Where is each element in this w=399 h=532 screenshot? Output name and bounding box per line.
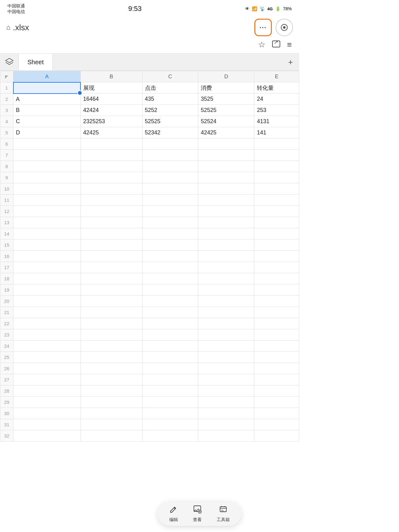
cell-a15[interactable] [13, 239, 81, 251]
cell-e25[interactable] [254, 352, 299, 363]
cell-a14[interactable] [13, 228, 81, 239]
cell-b6[interactable] [80, 138, 142, 150]
cell-e28[interactable] [254, 385, 299, 397]
cell-b29[interactable] [80, 397, 142, 408]
cell-a11[interactable] [13, 195, 81, 206]
cell-b5[interactable]: 42425 [80, 127, 142, 138]
cell-a2[interactable]: A [13, 94, 81, 105]
cell-e16[interactable] [254, 251, 299, 262]
cell-c13[interactable] [142, 217, 198, 228]
cell-d32[interactable] [198, 430, 254, 442]
cell-d28[interactable] [198, 385, 254, 397]
cell-c19[interactable] [142, 284, 198, 296]
cell-e6[interactable] [254, 138, 299, 150]
cell-b24[interactable] [80, 341, 142, 352]
cell-b1[interactable]: 展现 [80, 82, 142, 94]
cell-a25[interactable] [13, 352, 81, 363]
cell-b28[interactable] [80, 385, 142, 397]
cell-c8[interactable] [142, 161, 198, 172]
cell-d21[interactable] [198, 307, 254, 318]
cell-e1[interactable]: 转化量 [254, 82, 299, 94]
cell-d23[interactable] [198, 329, 254, 341]
cell-c28[interactable] [142, 385, 198, 397]
cell-d2[interactable]: 3525 [198, 94, 254, 105]
cell-c2[interactable]: 435 [142, 94, 198, 105]
bookmark-button[interactable]: ☆ [258, 40, 265, 50]
cell-b4[interactable]: 2325253 [80, 116, 142, 127]
cell-b10[interactable] [80, 183, 142, 195]
cell-a4[interactable]: C [13, 116, 81, 127]
cell-b2[interactable]: 16464 [80, 94, 142, 105]
cell-e2[interactable]: 24 [254, 94, 299, 105]
cell-d31[interactable] [198, 419, 254, 430]
cell-d19[interactable] [198, 284, 254, 296]
cell-b7[interactable] [80, 150, 142, 161]
tools-tool[interactable]: 工具箱 [217, 505, 230, 523]
cell-c6[interactable] [142, 138, 198, 150]
cell-d7[interactable] [198, 150, 254, 161]
cell-c29[interactable] [142, 397, 198, 408]
cell-e8[interactable] [254, 161, 299, 172]
cell-e18[interactable] [254, 273, 299, 284]
cell-c12[interactable] [142, 206, 198, 217]
cell-b3[interactable]: 42424 [80, 105, 142, 116]
cell-d12[interactable] [198, 206, 254, 217]
add-sheet-button[interactable]: + [282, 54, 299, 70]
cell-e17[interactable] [254, 262, 299, 273]
cell-c15[interactable] [142, 239, 198, 251]
cell-c7[interactable] [142, 150, 198, 161]
cell-d8[interactable] [198, 161, 254, 172]
cell-a24[interactable] [13, 341, 81, 352]
cell-c9[interactable] [142, 172, 198, 183]
cell-c23[interactable] [142, 329, 198, 341]
cell-c21[interactable] [142, 307, 198, 318]
cell-e21[interactable] [254, 307, 299, 318]
record-button[interactable] [276, 19, 293, 36]
cell-d6[interactable] [198, 138, 254, 150]
cell-a7[interactable] [13, 150, 81, 161]
cell-d5[interactable]: 42425 [198, 127, 254, 138]
cell-e19[interactable] [254, 284, 299, 296]
cell-a26[interactable] [13, 363, 81, 374]
cell-d13[interactable] [198, 217, 254, 228]
share-button[interactable]: ↗ [272, 40, 280, 50]
cell-a5[interactable]: D [13, 127, 81, 138]
cell-b20[interactable] [80, 296, 142, 307]
cell-d20[interactable] [198, 296, 254, 307]
col-header-a[interactable]: A [13, 71, 81, 82]
cell-b21[interactable] [80, 307, 142, 318]
cell-c27[interactable] [142, 374, 198, 385]
cell-e29[interactable] [254, 397, 299, 408]
cell-a32[interactable] [13, 430, 81, 442]
cell-c25[interactable] [142, 352, 198, 363]
cell-a3[interactable]: B [13, 105, 81, 116]
cell-d11[interactable] [198, 195, 254, 206]
cell-b26[interactable] [80, 363, 142, 374]
col-header-e[interactable]: E [254, 71, 299, 82]
cell-d29[interactable] [198, 397, 254, 408]
view-tool[interactable]: 查看 [193, 505, 202, 523]
cell-d16[interactable] [198, 251, 254, 262]
cell-a18[interactable] [13, 273, 81, 284]
cell-d14[interactable] [198, 228, 254, 239]
cell-d1[interactable]: 消费 [198, 82, 254, 94]
cell-c10[interactable] [142, 183, 198, 195]
cell-a28[interactable] [13, 385, 81, 397]
cell-d3[interactable]: 52525 [198, 105, 254, 116]
cell-a17[interactable] [13, 262, 81, 273]
cell-b23[interactable] [80, 329, 142, 341]
cell-e23[interactable] [254, 329, 299, 341]
cell-e13[interactable] [254, 217, 299, 228]
cell-e32[interactable] [254, 430, 299, 442]
cell-c31[interactable] [142, 419, 198, 430]
cell-e10[interactable] [254, 183, 299, 195]
cell-b17[interactable] [80, 262, 142, 273]
cell-e30[interactable] [254, 408, 299, 419]
cell-e9[interactable] [254, 172, 299, 183]
sheet-tab[interactable]: Sheet [19, 54, 53, 70]
cell-b12[interactable] [80, 206, 142, 217]
cell-b15[interactable] [80, 239, 142, 251]
cell-e11[interactable] [254, 195, 299, 206]
cell-a20[interactable] [13, 296, 81, 307]
cell-a8[interactable] [13, 161, 81, 172]
